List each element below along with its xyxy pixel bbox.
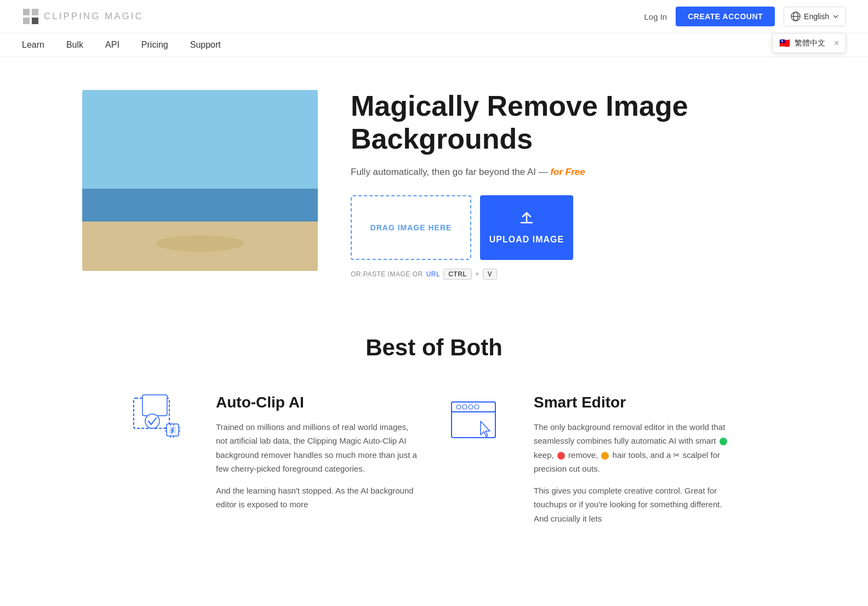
drag-label: DRAG IMAGE HERE [370, 223, 452, 232]
features-section: Best of Both [0, 302, 868, 567]
hero-section: Magically Remove Image Backgrounds Fully… [0, 57, 868, 302]
nav-item-bulk[interactable]: Bulk [66, 40, 83, 50]
nav-item-learn[interactable]: Learn [22, 40, 44, 50]
header-actions: Log In CREATE ACCOUNT English [644, 7, 846, 26]
svg-rect-9 [201, 110, 209, 115]
drag-drop-zone[interactable]: DRAG IMAGE HERE [351, 195, 471, 260]
nav-item-support[interactable]: Support [190, 40, 221, 50]
hero-subtitle: Fully automatically, then go far beyond … [351, 167, 846, 178]
nav-item-api[interactable]: API [105, 40, 119, 50]
paste-url-link[interactable]: URL [426, 270, 441, 278]
nav-item-pricing[interactable]: Pricing [141, 40, 168, 50]
autoclip-icon [133, 394, 198, 534]
for-free-highlight: for Free [550, 167, 585, 177]
close-icon[interactable]: × [834, 38, 839, 48]
upload-zone: DRAG IMAGE HERE UPLOAD IMAGE [351, 195, 846, 260]
hero-title: Magically Remove Image Backgrounds [351, 90, 846, 156]
language-dropdown: 🇹🇼 繁體中文 × [772, 33, 846, 53]
editor-p1: The only background removal editor in th… [534, 420, 735, 476]
autoclip-p2: And the learning hasn't stopped. As the … [216, 484, 418, 512]
svg-rect-2 [23, 18, 30, 24]
remove-dot [557, 452, 565, 460]
upload-label: UPLOAD IMAGE [489, 235, 564, 245]
keep-dot [719, 438, 727, 445]
svg-rect-16 [169, 427, 176, 433]
plus-symbol: + [475, 270, 479, 278]
create-account-button[interactable]: CREATE ACCOUNT [676, 7, 775, 26]
language-label: English [804, 12, 829, 21]
svg-point-7 [185, 90, 215, 126]
globe-icon [791, 12, 801, 21]
features-grid: Auto-Clip AI Trained on millions and mil… [133, 394, 735, 534]
paste-hint: OR PASTE IMAGE OR URL CTRL + V [351, 269, 846, 280]
svg-rect-0 [23, 9, 30, 15]
svg-rect-26 [452, 402, 495, 412]
hair-dot [601, 452, 609, 460]
ctrl-key-badge: CTRL [443, 269, 472, 280]
login-link[interactable]: Log In [644, 12, 667, 21]
feature-item-editor: Smart Editor The only background removal… [450, 394, 735, 534]
logo-icon [22, 8, 39, 25]
paste-prefix: OR PASTE IMAGE OR [351, 270, 423, 278]
editor-title: Smart Editor [534, 394, 735, 411]
v-key-badge: V [483, 269, 498, 280]
svg-rect-8 [190, 110, 198, 115]
features-title: Best of Both [22, 335, 846, 361]
language-selector[interactable]: English [784, 7, 846, 26]
flag-icon: 🇹🇼 [779, 38, 790, 48]
upload-button[interactable]: UPLOAD IMAGE [480, 195, 573, 260]
hero-image [82, 90, 318, 271]
header: CLIPPING MAGIC Log In CREATE ACCOUNT Eng… [0, 0, 868, 33]
scalpel-icon-inline: ✂ [673, 450, 680, 460]
feature-item-autoclip: Auto-Clip AI Trained on millions and mil… [133, 394, 418, 534]
logo: CLIPPING MAGIC [22, 8, 144, 25]
svg-rect-13 [142, 395, 167, 416]
upload-icon [519, 211, 534, 229]
editor-p2: This gives you complete creative control… [534, 484, 735, 526]
editor-icon [450, 394, 516, 534]
editor-content: Smart Editor The only background removal… [534, 394, 735, 534]
logo-text: CLIPPING MAGIC [44, 11, 144, 22]
chevron-down-icon [832, 13, 839, 20]
svg-rect-11 [196, 124, 204, 133]
language-dropdown-label: 繁體中文 [795, 38, 825, 48]
hero-content: Magically Remove Image Backgrounds Fully… [351, 90, 846, 280]
navigation: Learn Bulk API Pricing Support [0, 33, 868, 57]
autoclip-p1: Trained on millions and millions of real… [216, 420, 418, 476]
svg-rect-1 [32, 9, 38, 15]
autoclip-content: Auto-Clip AI Trained on millions and mil… [216, 394, 418, 534]
autoclip-title: Auto-Clip AI [216, 394, 418, 411]
svg-rect-3 [32, 18, 38, 24]
svg-point-14 [145, 414, 159, 428]
